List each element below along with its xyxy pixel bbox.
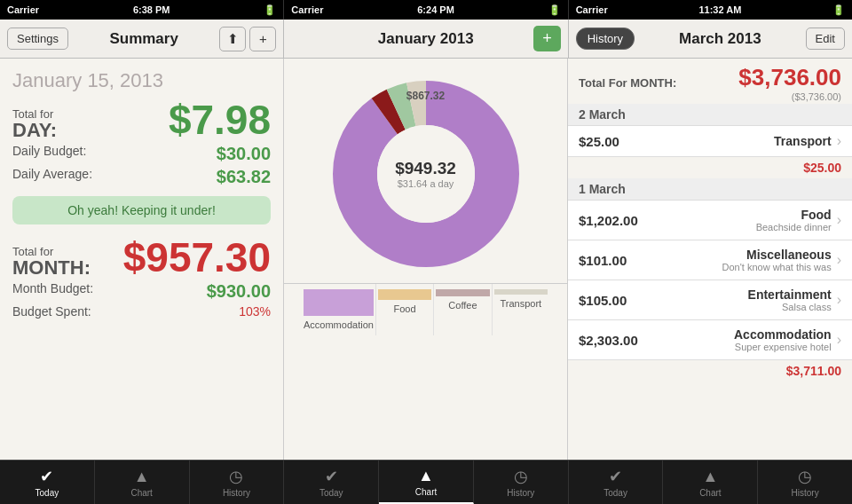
item-cat-accom: Accommodation	[734, 327, 832, 342]
history-item-food[interactable]: $1,202.00 Food Beachside dinner ›	[568, 201, 852, 240]
item-cat-transport: Transport	[774, 134, 832, 148]
item-right-food: Food Beachside dinner ›	[756, 208, 841, 232]
day-label: DAY:	[12, 121, 57, 140]
tab-history-1[interactable]: ◷ History	[190, 461, 285, 504]
panel-history: Total For MONTH: $3,736.00 ($3,736.00) 2…	[568, 59, 852, 460]
share-button[interactable]: ⬆	[219, 27, 246, 51]
daily-budget-label: Daily Budget:	[12, 144, 86, 164]
chevron-ent-icon: ›	[837, 292, 841, 308]
tab-history-3[interactable]: ◷ History	[758, 461, 852, 504]
bar-accommodation: Accommodation	[302, 284, 376, 335]
section1-subtotal: $3,711.00	[568, 360, 852, 382]
budget-spent-row: Budget Spent: 103%	[12, 304, 271, 319]
carrier-2: Carrier	[291, 4, 323, 15]
tab-chart-label-3: Chart	[699, 488, 721, 498]
chevron-misc-icon: ›	[837, 252, 841, 268]
nav-title-history: March 2013	[679, 30, 761, 48]
item-amount-accom: $2,303.00	[579, 333, 638, 348]
item-amount-ent: $105.00	[579, 293, 627, 308]
nav-bar-today: Settings Summary ⬆ +	[0, 20, 284, 59]
checkmark-icon-1: ✔	[40, 467, 53, 486]
bar-transport: Transport	[493, 284, 549, 335]
status-bars: Carrier 6:38 PM 🔋 Carrier 6:24 PM 🔋 Carr…	[0, 0, 852, 20]
item-cat-food: Food	[756, 208, 832, 222]
tab-chart-label-1: Chart	[130, 488, 152, 498]
item-desc-accom: Super expensive hotel	[734, 342, 832, 352]
chevron-accom-icon: ›	[837, 332, 841, 348]
time-2: 6:24 PM	[417, 4, 454, 15]
bar-food-rect	[378, 289, 431, 300]
status-bar-3: Carrier 11:32 AM 🔋	[569, 0, 852, 20]
item-desc-misc: Don't know what this was	[722, 262, 832, 272]
item-cat-misc: Miscellaneous	[722, 248, 832, 262]
month-total-header: Total For MONTH: $3,736.00 ($3,736.00)	[568, 59, 852, 104]
total-sub: ($3,736.00)	[738, 91, 841, 102]
total-for-month-header: Total For MONTH:	[579, 76, 676, 90]
tab-today-label-1: Today	[36, 488, 59, 498]
month-budget-row: Month Budget: $930.00	[12, 281, 271, 302]
tab-history-2[interactable]: ◷ History	[474, 461, 569, 504]
edit-button[interactable]: Edit	[806, 28, 845, 50]
bar-food: Food	[376, 284, 434, 335]
donut-amount: $949.32	[395, 159, 456, 178]
add-button-1[interactable]: +	[249, 27, 276, 51]
tab-today-1[interactable]: ✔ Today	[0, 461, 95, 504]
checkmark-icon-2: ✔	[325, 467, 338, 486]
item-amount-food: $1,202.00	[579, 213, 638, 228]
budget-spent-value: 103%	[239, 304, 271, 319]
settings-button[interactable]: Settings	[7, 28, 68, 50]
month-budget-label: Month Budget:	[12, 281, 93, 302]
bar-transport-label: Transport	[500, 298, 541, 309]
month-value: $957.30	[123, 237, 271, 278]
tab-history-label-3: History	[792, 488, 819, 498]
nav-title-summary: Summary	[109, 30, 178, 48]
bar-coffee-rect	[436, 289, 489, 296]
tab-today-2[interactable]: ✔ Today	[284, 461, 379, 504]
month-budget-value: $930.00	[207, 281, 271, 302]
tab-chart-3[interactable]: ▲ Chart	[663, 461, 758, 504]
total-amount: $3,736.00	[738, 64, 841, 91]
add-button-2[interactable]: +	[533, 26, 561, 51]
section-date-2march: 2 March	[568, 104, 852, 126]
chart-bars: Accommodation Food Coffee Transport	[284, 283, 567, 335]
nav-bars: Settings Summary ⬆ + January 2013 + Hist…	[0, 20, 852, 59]
tab-today-3[interactable]: ✔ Today	[569, 461, 664, 504]
time-1: 6:38 PM	[133, 4, 170, 15]
date-label: January 15, 2013	[12, 69, 271, 92]
item-desc-ent: Salsa class	[748, 302, 832, 312]
section2-subtotal: $25.00	[568, 157, 852, 178]
item-right-accom: Accommodation Super expensive hotel ›	[734, 327, 841, 352]
donut-top-label: $867.32	[406, 90, 445, 102]
daily-avg-value: $63.82	[217, 167, 271, 187]
history-item-misc[interactable]: $101.00 Miscellaneous Don't know what th…	[568, 240, 852, 280]
chart-icon-3: ▲	[702, 468, 718, 486]
budget-bubble: Oh yeah! Keeping it under!	[12, 196, 271, 224]
item-desc-food: Beachside dinner	[756, 222, 832, 232]
history-item-accommodation[interactable]: $2,303.00 Accommodation Super expensive …	[568, 320, 852, 360]
tab-bar: ✔ Today ▲ Chart ◷ History ✔ Today ▲ Char…	[0, 460, 852, 504]
carrier-3: Carrier	[576, 4, 608, 15]
history-item-transport[interactable]: $25.00 Transport ›	[568, 126, 852, 157]
total-month-row: Total for MONTH: $957.30	[12, 237, 271, 278]
history-item-entertainment[interactable]: $105.00 Entertainment Salsa class ›	[568, 280, 852, 320]
donut-sub: $31.64 a day	[395, 178, 456, 189]
tab-today-label-3: Today	[604, 488, 627, 498]
chevron-transport-icon: ›	[837, 133, 841, 149]
chart-icon-1: ▲	[134, 468, 150, 486]
panel-today: January 15, 2013 Total for DAY: $7.98 Da…	[0, 59, 284, 460]
item-right-ent: Entertainment Salsa class ›	[748, 287, 841, 312]
tab-chart-2[interactable]: ▲ Chart	[379, 461, 474, 504]
daily-avg-row: Daily Average: $63.82	[12, 167, 271, 187]
status-bar-1: Carrier 6:38 PM 🔋	[0, 0, 284, 20]
clock-icon-1: ◷	[229, 467, 243, 486]
history-button[interactable]: History	[576, 28, 635, 50]
tab-today-label-2: Today	[320, 488, 343, 498]
history-right-accom: Accommodation Super expensive hotel	[734, 327, 832, 352]
history-right-transport: Transport	[774, 134, 832, 148]
nav-title-chart: January 2013	[378, 30, 474, 48]
item-amount-misc: $101.00	[579, 253, 627, 268]
month-label: MONTH:	[12, 258, 91, 278]
item-cat-ent: Entertainment	[748, 287, 832, 302]
history-right-misc: Miscellaneous Don't know what this was	[722, 248, 832, 272]
tab-chart-1[interactable]: ▲ Chart	[95, 461, 190, 504]
